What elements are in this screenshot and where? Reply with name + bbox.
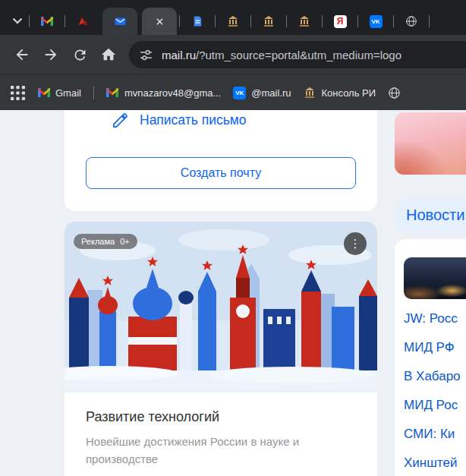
news-thumbnail[interactable] — [404, 257, 466, 299]
tab-document[interactable] — [180, 8, 215, 35]
news-headline[interactable]: JW: Росс — [404, 311, 461, 326]
reload-icon — [72, 47, 88, 63]
bookmarks-bar: Gmail mvnazarov48@gma... VK @mail.ru Кон… — [0, 74, 466, 110]
url-domain: mail.ru — [162, 49, 196, 61]
pencil-icon — [112, 112, 129, 129]
globe-icon — [388, 87, 401, 99]
url-text: mail.ru/?utm_source=portal&utm_medium=lo… — [162, 49, 401, 61]
chevron-down-icon — [12, 17, 23, 24]
navigation-toolbar: mail.ru/?utm_source=portal&utm_medium=lo… — [0, 35, 466, 74]
promo-image[interactable] — [395, 112, 466, 175]
site-settings-icon[interactable] — [140, 49, 153, 61]
forward-arrow-icon — [43, 46, 59, 63]
tab-vk[interactable]: VK — [358, 8, 393, 35]
ad-badge-label: Реклама — [81, 237, 115, 246]
tab-gov-building-2[interactable] — [251, 8, 286, 35]
news-headline[interactable]: В Хабаро — [404, 369, 461, 384]
ad-badge: Реклама 0+ — [74, 234, 137, 249]
compose-letter-link[interactable]: Написать письмо — [112, 112, 247, 129]
news-headline[interactable]: Хинштей — [404, 456, 461, 471]
building-icon — [304, 87, 316, 99]
news-headlines-list: JW: Росс МИД РФ В Хабаро МИД Рос СМИ: Ки… — [404, 311, 461, 471]
tab-globe[interactable] — [394, 8, 429, 35]
mailbox-widget-card: Написать письмо Создать почту — [65, 110, 377, 211]
tab-search-button[interactable] — [6, 8, 29, 33]
bookmark-gmail[interactable]: Gmail — [37, 87, 81, 99]
bookmark-separator — [93, 86, 94, 99]
tab-separator — [429, 15, 430, 27]
news-headline[interactable]: МИД РФ — [404, 340, 461, 355]
bookmark-globe[interactable] — [388, 87, 401, 99]
tab-red-site[interactable] — [65, 8, 100, 35]
news-headline[interactable]: СМИ: Ки — [404, 427, 461, 442]
kebab-menu-icon: ⋮ — [350, 237, 361, 251]
bookmark-label: Gmail — [55, 87, 81, 99]
url-path: /?utm_source=portal&utm_medium=logo — [196, 49, 401, 61]
news-headline[interactable]: МИД Рос — [404, 398, 461, 413]
create-mailbox-button[interactable]: Создать почту — [86, 157, 356, 189]
bookmark-label: @mail.ru — [251, 87, 291, 99]
tab-gov-building-1[interactable] — [216, 8, 250, 35]
tab-strip: Я VK — [0, 0, 466, 35]
ad-options-button[interactable]: ⋮ — [344, 232, 367, 255]
apps-grid-button[interactable] — [11, 86, 25, 100]
ad-description: Новейшие достижения России в науке и про… — [86, 433, 340, 468]
close-x-icon[interactable] — [153, 15, 166, 28]
bookmark-konsol-ri[interactable]: Консоль РИ — [304, 87, 376, 99]
globe-icon — [405, 15, 418, 28]
browser-window: Я VK mail.ru/?utm — [0, 0, 466, 476]
building-icon — [263, 15, 276, 28]
back-arrow-icon — [14, 46, 30, 63]
gmail-m-icon — [37, 87, 50, 99]
mailru-envelope-icon — [114, 15, 127, 28]
back-button[interactable] — [8, 40, 36, 69]
home-icon — [100, 46, 117, 63]
tab-yandex[interactable]: Я — [323, 8, 357, 35]
tab-gmail[interactable] — [30, 8, 65, 35]
gmail-m-icon — [41, 15, 54, 28]
bookmark-gmail-account[interactable]: mvnazarov48@gma... — [106, 87, 221, 99]
tab-active-close[interactable] — [142, 8, 177, 35]
reload-button[interactable] — [65, 40, 94, 69]
vk-icon: VK — [233, 87, 246, 99]
gmail-m-icon — [106, 87, 119, 99]
ad-card[interactable]: Реклама 0+ ⋮ Развитие технологий Новейши… — [65, 222, 377, 476]
building-icon — [298, 15, 311, 28]
news-tab-label: Новости — [406, 206, 464, 224]
forward-button[interactable] — [36, 40, 65, 69]
news-widget-card: JW: Росс МИД РФ В Хабаро МИД Рос СМИ: Ки… — [395, 239, 466, 476]
vk-icon: VK — [370, 15, 383, 28]
bookmark-label: mvnazarov48@gma... — [124, 87, 221, 99]
ad-title: Развитие технологий — [86, 409, 356, 425]
ad-age-rating: 0+ — [120, 237, 130, 246]
address-bar[interactable]: mail.ru/?utm_source=portal&utm_medium=lo… — [129, 41, 466, 68]
apps-grid-icon — [11, 86, 25, 100]
yandex-icon: Я — [334, 15, 347, 28]
compose-letter-label: Написать письмо — [140, 112, 247, 128]
blue-doc-icon — [191, 15, 204, 28]
page-content: Написать письмо Создать почту — [0, 110, 466, 476]
ad-image[interactable]: Реклама 0+ ⋮ — [65, 222, 377, 392]
tab-mailru[interactable] — [102, 8, 137, 35]
building-icon — [227, 15, 240, 28]
red-shapes-icon — [77, 15, 90, 28]
tab-gov-building-3[interactable] — [287, 8, 322, 35]
news-tab[interactable]: Новости — [395, 198, 466, 232]
home-button[interactable] — [94, 40, 123, 69]
bookmark-vk-mailru[interactable]: VK @mail.ru — [233, 87, 291, 99]
bookmark-label: Консоль РИ — [322, 87, 376, 99]
